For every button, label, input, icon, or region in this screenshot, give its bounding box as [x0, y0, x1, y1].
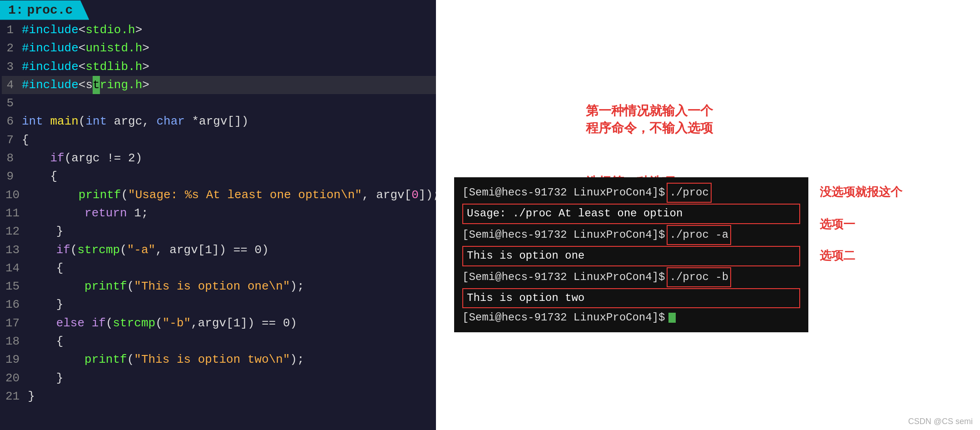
- line-num-12: 12: [5, 222, 28, 240]
- term-cmd-3: ./proc -b: [667, 267, 731, 287]
- code-line-5: 5: [2, 94, 436, 112]
- code-line-9: 9 {: [2, 167, 436, 185]
- terminal-final-line: [Semi@hecs-91732 LinuxProCon4]$: [462, 309, 800, 326]
- terminal-line-2: [Semi@hecs-91732 LinuxProCon4]$ ./proc -…: [462, 225, 800, 245]
- line-num-5: 5: [5, 94, 22, 112]
- line-num-1: 1: [5, 21, 22, 39]
- line-num-7: 7: [5, 131, 22, 149]
- tab-filename: proc.c: [27, 3, 73, 17]
- terminal-cursor: [668, 313, 676, 323]
- code-line-6: 6 int main(int argc, char *argv[]): [2, 112, 436, 130]
- code-line-3: 3 #include<stdlib.h>: [2, 58, 436, 76]
- line-num-20: 20: [5, 369, 28, 387]
- line-num-13: 13: [5, 241, 28, 259]
- code-line-11: 11 return 1;: [2, 204, 436, 222]
- term-cmd-2: ./proc -a: [667, 225, 731, 245]
- tab-bar: 1: proc.c: [0, 0, 436, 20]
- line-num-21: 21: [5, 387, 28, 405]
- code-line-7: 7 {: [2, 131, 436, 149]
- line-num-8: 8: [5, 149, 22, 167]
- code-line-21: 21 }: [2, 387, 436, 405]
- line-num-14: 14: [5, 259, 28, 277]
- active-tab[interactable]: 1: proc.c: [0, 0, 89, 20]
- code-panel: 1: proc.c 1 #include<stdio.h> 2 #include…: [0, 0, 436, 430]
- term-prompt-3: [Semi@hecs-91732 LinuxProCon4]$: [462, 269, 665, 286]
- code-line-8: 8 if(argc != 2): [2, 149, 436, 167]
- tab-number: 1:: [8, 3, 24, 17]
- code-line-1: 1 #include<stdio.h>: [2, 21, 436, 39]
- line-num-6: 6: [5, 112, 22, 130]
- code-line-16: 16 }: [2, 295, 436, 314]
- label-no-option: 没选项就报这个: [820, 184, 902, 200]
- code-line-17: 17 else if(strcmp("-b",argv[1]) == 0): [2, 314, 436, 332]
- line-num-15: 15: [5, 277, 28, 295]
- code-line-20: 20 }: [2, 369, 436, 387]
- code-line-4: 4 #include<string.h>: [2, 76, 436, 94]
- terminal-area: [Semi@hecs-91732 LinuxProCon4]$ ./proc U…: [454, 177, 808, 332]
- line-num-3: 3: [5, 58, 22, 76]
- term-prompt-2: [Semi@hecs-91732 LinuxProCon4]$: [462, 226, 665, 244]
- terminal-line-1: [Semi@hecs-91732 LinuxProCon4]$ ./proc: [462, 183, 800, 203]
- code-line-13: 13 if(strcmp("-a", argv[1]) == 0): [2, 241, 436, 259]
- code-line-19: 19 printf("This is option two\n");: [2, 350, 436, 369]
- code-line-15: 15 printf("This is option one\n");: [2, 277, 436, 295]
- line-num-4: 4: [5, 76, 22, 94]
- terminal-output-1: Usage: ./proc At least one option: [462, 204, 800, 224]
- line-num-16: 16: [5, 295, 28, 314]
- label-option2: 选项二: [820, 248, 855, 264]
- term-prompt-1: [Semi@hecs-91732 LinuxProCon4]$: [462, 184, 665, 201]
- line-num-19: 19: [5, 350, 28, 369]
- code-line-12: 12 }: [2, 222, 436, 240]
- watermark: CSDN @CS semi: [908, 417, 973, 426]
- line-num-10: 10: [5, 186, 22, 204]
- term-cmd-1: ./proc: [667, 183, 711, 203]
- terminal-line-3: [Semi@hecs-91732 LinuxProCon4]$ ./proc -…: [462, 267, 800, 287]
- code-line-14: 14 {: [2, 259, 436, 277]
- code-line-2: 2 #include<unistd.h>: [2, 39, 436, 57]
- line-num-17: 17: [5, 314, 28, 332]
- line-num-9: 9: [5, 167, 22, 185]
- code-line-18: 18 {: [2, 332, 436, 350]
- label-option1: 选项一: [820, 216, 855, 232]
- annotation-no-option-line2: 程序命令，不输入选项: [586, 120, 713, 137]
- terminal-output-3: This is option two: [462, 288, 800, 308]
- right-panel: 第一种情况就输入一个 程序命令，不输入选项 选择第一种选项 选择第二种选项 [S…: [436, 0, 980, 430]
- main-container: 1: proc.c 1 #include<stdio.h> 2 #include…: [0, 0, 980, 430]
- code-line-10: 10 printf("Usage: %s At least one option…: [2, 186, 436, 204]
- line-num-2: 2: [5, 39, 22, 57]
- term-prompt-final: [Semi@hecs-91732 LinuxProCon4]$: [462, 309, 665, 326]
- terminal-output-2: This is option one: [462, 246, 800, 266]
- line-num-18: 18: [5, 332, 28, 350]
- line-num-11: 11: [5, 204, 28, 222]
- annotation-no-option: 第一种情况就输入一个 程序命令，不输入选项: [586, 102, 713, 137]
- code-editor-body: 1 #include<stdio.h> 2 #include<unistd.h>…: [0, 20, 436, 405]
- annotation-no-option-line1: 第一种情况就输入一个: [586, 102, 713, 120]
